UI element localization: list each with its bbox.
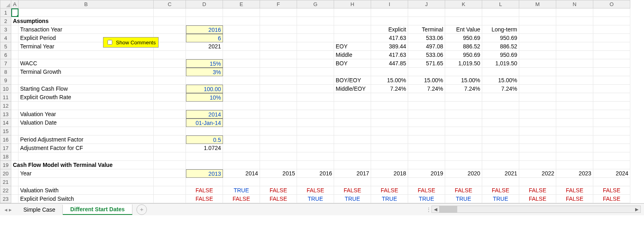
cell-N10[interactable] <box>556 85 593 93</box>
cell-C17[interactable] <box>154 144 186 152</box>
cell-D5[interactable]: 2021 <box>186 42 223 51</box>
cell-F2[interactable] <box>260 17 297 25</box>
cell-B19[interactable] <box>19 161 154 169</box>
cell-J7[interactable]: 571.65 <box>408 59 445 68</box>
cell-D7[interactable]: 15% <box>186 59 223 68</box>
cell-D12[interactable] <box>186 102 223 110</box>
cell-G10[interactable] <box>297 85 334 93</box>
cell-O10[interactable] <box>593 85 630 93</box>
cell-F3[interactable] <box>260 25 297 34</box>
cell-A20[interactable] <box>11 169 19 178</box>
cell-N15[interactable] <box>556 127 593 135</box>
cell-F17[interactable] <box>260 144 297 152</box>
cell-L8[interactable] <box>482 68 519 76</box>
cell-A10[interactable] <box>11 85 19 93</box>
cell-D19[interactable] <box>186 161 223 169</box>
cell-O23[interactable]: FALSE <box>593 195 630 203</box>
cell-E12[interactable] <box>223 102 260 110</box>
cell-A16[interactable] <box>11 135 19 144</box>
cell-A3[interactable] <box>11 25 19 34</box>
cell-J1[interactable] <box>408 8 445 17</box>
cell-F18[interactable] <box>260 152 297 161</box>
col-header-A[interactable]: A <box>11 0 19 8</box>
cell-H1[interactable] <box>334 8 371 17</box>
cell-K17[interactable] <box>445 144 482 152</box>
cell-J8[interactable] <box>408 68 445 76</box>
cell-E3[interactable] <box>223 25 260 34</box>
cell-F15[interactable] <box>260 127 297 135</box>
cell-L15[interactable] <box>482 127 519 135</box>
cell-G3[interactable] <box>297 25 334 34</box>
cell-I12[interactable] <box>371 102 408 110</box>
cell-J4[interactable]: 533.06 <box>408 34 445 42</box>
cell-L1[interactable] <box>482 8 519 17</box>
cell-A11[interactable] <box>11 93 19 102</box>
cell-O2[interactable] <box>593 17 630 25</box>
cell-G2[interactable] <box>297 17 334 25</box>
cell-H19[interactable] <box>334 161 371 169</box>
cell-J6[interactable]: 533.06 <box>408 51 445 59</box>
row-header-23[interactable]: 23 <box>0 195 11 203</box>
cell-K9[interactable]: 15.00% <box>445 76 482 85</box>
cell-M20[interactable]: 2022 <box>519 169 556 178</box>
cell-D9[interactable] <box>186 76 223 85</box>
cell-E4[interactable] <box>223 34 260 42</box>
cell-E20[interactable]: 2014 <box>223 169 260 178</box>
cell-I9[interactable]: 15.00% <box>371 76 408 85</box>
cell-K7[interactable]: 1,019.50 <box>445 59 482 68</box>
cell-M14[interactable] <box>519 119 556 127</box>
cell-L11[interactable] <box>482 93 519 102</box>
cell-G17[interactable] <box>297 144 334 152</box>
cell-M11[interactable] <box>519 93 556 102</box>
cell-J21[interactable] <box>408 178 445 186</box>
cell-M13[interactable] <box>519 110 556 119</box>
cell-O14[interactable] <box>593 119 630 127</box>
cell-O4[interactable] <box>593 34 630 42</box>
cell-I13[interactable] <box>371 110 408 119</box>
cell-K10[interactable]: 7.24% <box>445 85 482 93</box>
cell-I22[interactable]: FALSE <box>371 186 408 195</box>
col-header-M[interactable]: M <box>519 0 556 8</box>
col-header-F[interactable]: F <box>260 0 297 8</box>
cell-N6[interactable] <box>556 51 593 59</box>
cell-G7[interactable] <box>297 59 334 68</box>
cell-M23[interactable]: FALSE <box>519 195 556 203</box>
cell-F13[interactable] <box>260 110 297 119</box>
cell-H5[interactable]: EOY <box>334 42 371 51</box>
cell-B12[interactable] <box>19 102 154 110</box>
cell-A12[interactable] <box>11 102 19 110</box>
cell-O19[interactable] <box>593 161 630 169</box>
cell-B3[interactable]: Transaction Year <box>19 25 154 34</box>
cell-J10[interactable]: 7.24% <box>408 85 445 93</box>
cell-M5[interactable] <box>519 42 556 51</box>
row-header-17[interactable]: 17 <box>0 144 11 152</box>
cell-I5[interactable]: 389.44 <box>371 42 408 51</box>
cell-I17[interactable] <box>371 144 408 152</box>
cell-I15[interactable] <box>371 127 408 135</box>
add-sheet-button[interactable]: ＋ <box>136 204 147 215</box>
cell-F19[interactable] <box>260 161 297 169</box>
cell-D13[interactable]: 2014 <box>186 110 223 119</box>
cell-B17[interactable]: Adjustment Factor for CF <box>19 144 154 152</box>
cell-D23[interactable]: FALSE <box>186 195 223 203</box>
cell-A18[interactable] <box>11 152 19 161</box>
cell-F21[interactable] <box>260 178 297 186</box>
cell-M19[interactable] <box>519 161 556 169</box>
row-header-16[interactable]: 16 <box>0 135 11 144</box>
cell-L9[interactable]: 15.00% <box>482 76 519 85</box>
cell-A23[interactable] <box>11 195 19 203</box>
cell-L17[interactable] <box>482 144 519 152</box>
cell-J20[interactable]: 2019 <box>408 169 445 178</box>
cell-E11[interactable] <box>223 93 260 102</box>
col-header-C[interactable]: C <box>154 0 186 8</box>
cell-A9[interactable] <box>11 76 19 85</box>
cell-K13[interactable] <box>445 110 482 119</box>
cell-K22[interactable]: FALSE <box>445 186 482 195</box>
cell-H22[interactable]: FALSE <box>334 186 371 195</box>
col-header-J[interactable]: J <box>408 0 445 8</box>
cell-F8[interactable] <box>260 68 297 76</box>
cell-F4[interactable] <box>260 34 297 42</box>
cell-N1[interactable] <box>556 8 593 17</box>
cell-J16[interactable] <box>408 135 445 144</box>
cell-J2[interactable] <box>408 17 445 25</box>
